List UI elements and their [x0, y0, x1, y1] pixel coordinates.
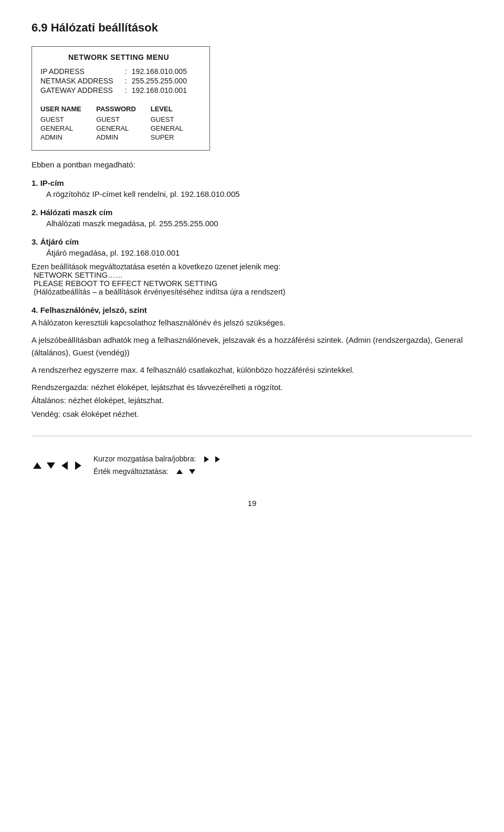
section-4-para2: A jelszóbeállításban adhatók meg a felha… [32, 334, 472, 359]
user-table-row: GENERALGENERALGENERAL [40, 124, 197, 133]
col-password: PASSWORD [96, 104, 150, 115]
arrow-up-icon [32, 460, 43, 471]
gateway-row: GATEWAY ADDRESS : 192.168.010.001 [40, 86, 197, 95]
user-table-header-row: USER NAME PASSWORD LEVEL [40, 104, 197, 115]
page-number: 19 [32, 499, 472, 508]
col-username: USER NAME [40, 104, 96, 115]
netmask-row: NETMASK ADDRESS : 255.255.255.000 [40, 76, 197, 86]
ip-address-colon: : [125, 67, 132, 76]
user-cell: GUEST [96, 115, 150, 124]
section-4-para6: Vendég: csak éloképet nézhet. [32, 408, 472, 420]
intro-text: Ebben a pontban megadható: [32, 160, 472, 169]
section-4-heading: 4. Felhasználónév, jelszó, szint [32, 306, 472, 314]
user-cell: GENERAL [151, 124, 197, 133]
col-level: LEVEL [151, 104, 197, 115]
section-3-notice-line1: NETWORK SETTING…… [34, 271, 123, 279]
nav-arrows-group [32, 460, 84, 471]
user-cell: SUPER [151, 133, 197, 142]
gateway-label: GATEWAY ADDRESS [40, 86, 125, 95]
footer-divider [32, 436, 472, 436]
ip-address-row: IP ADDRESS : 192.168.010.005 [40, 67, 197, 76]
user-cell: GENERAL [96, 124, 150, 133]
user-table-row: GUESTGUESTGUEST [40, 115, 197, 124]
section-2-body: Alhálózati maszk megadása, pl. 255.255.2… [46, 219, 472, 228]
section-3-heading: 3. Átjáró cím [32, 237, 472, 246]
ip-address-value: 192.168.010.005 [132, 67, 197, 76]
arrow-right-icon [72, 460, 84, 471]
ip-address-label: IP ADDRESS [40, 67, 125, 76]
user-cell: GENERAL [40, 124, 96, 133]
user-table-row: ADMINADMINSUPER [40, 133, 197, 142]
section-3-notice-line2: PLEASE REBOOT TO EFFECT NETWORK SETTING [34, 279, 217, 288]
netmask-label: NETMASK ADDRESS [40, 76, 125, 86]
section-3-notice-block: Ezen beállítások megváltoztatása esetén … [32, 262, 472, 296]
arrow-down-icon [45, 460, 57, 471]
user-cell: GUEST [151, 115, 197, 124]
nav-label1: Kurzor mozgatása balra/jobbra: [93, 453, 220, 466]
footer-nav: Kurzor mozgatása balra/jobbra: Érték meg… [32, 453, 472, 478]
user-cell: GUEST [40, 115, 96, 124]
gateway-colon: : [125, 86, 132, 95]
section-3-notice-explanation: (Hálózatbeállítás – a beállítások érvény… [34, 288, 286, 296]
section-4-para4: Rendszergazda: nézhet éloképet, lejátszh… [32, 381, 472, 393]
page-title: 6.9 Hálózati beállítások [32, 21, 472, 35]
user-cell: ADMIN [40, 133, 96, 142]
user-cell: ADMIN [96, 133, 150, 142]
section-4-para5: Általános: nézhet éloképet, lejátszhat. [32, 394, 472, 406]
network-menu-title: NETWORK SETTING MENU [40, 53, 197, 61]
arrow-left-icon [59, 460, 70, 471]
section-4-para3: A rendszerhez egyszerre max. 4 felhaszná… [32, 364, 472, 376]
section-3-notice-intro: Ezen beállítások megváltoztatása esetén … [32, 262, 280, 271]
section-4-para1: A hálózaton keresztüli kapcsolathoz felh… [32, 317, 472, 329]
gateway-value: 192.168.010.001 [132, 86, 197, 95]
nav-label2: Érték megváltoztatása: [93, 466, 220, 478]
section-1-heading: 1. IP-cím [32, 178, 472, 187]
section-3-body: Átjáró megadása, pl. 192.168.010.001 [46, 248, 472, 257]
network-menu-box: NETWORK SETTING MENU IP ADDRESS : 192.16… [32, 46, 210, 151]
netmask-colon: : [125, 76, 132, 86]
section-2-heading: 2. Hálózati maszk cím [32, 208, 472, 217]
section-1-body: A rögzítohöz IP-címet kell rendelni, pl.… [46, 189, 472, 198]
nav-labels: Kurzor mozgatása balra/jobbra: Érték meg… [93, 453, 220, 478]
netmask-value: 255.255.255.000 [132, 76, 197, 86]
